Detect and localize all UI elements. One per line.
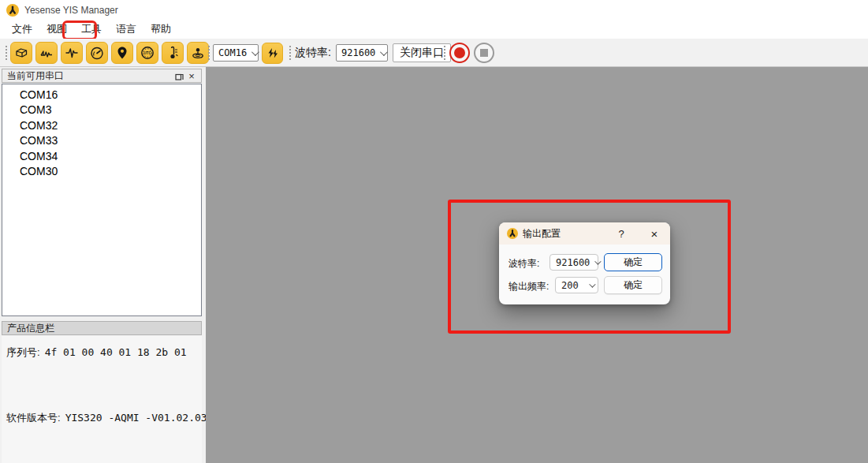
dialog-baud-ok-button[interactable]: 确定 <box>604 253 662 271</box>
attitude-wave-icon[interactable] <box>35 42 58 64</box>
thermometer-icon[interactable] <box>162 42 184 64</box>
svg-text:UTC: UTC <box>143 51 151 55</box>
toolbar-grip[interactable] <box>288 44 292 62</box>
baud-rate-value: 921600 <box>341 47 375 58</box>
baud-rate-select[interactable]: 921600 <box>336 44 388 62</box>
dialog-logo-icon <box>507 228 518 239</box>
dialog-baud-select[interactable]: 921600 <box>549 254 598 271</box>
toolbar-grip[interactable] <box>207 44 210 62</box>
menu-tools[interactable]: 工具 <box>74 20 109 39</box>
serial-panel-title: 当前可用串口 <box>7 69 64 83</box>
serial-port-item[interactable]: COM32 <box>2 118 201 133</box>
dialog-title: 输出配置 <box>523 227 561 241</box>
app-window: Yesense YIS Manager 文件 视图 工具 语言 帮助 <box>0 0 868 463</box>
serial-number-label: 序列号: <box>6 345 40 360</box>
location-icon[interactable] <box>111 42 133 64</box>
firmware-version-value: YIS320 -AQMI -V01.02.03; <box>65 412 214 424</box>
main-workspace: 输出配置 ? × 波特率: 921600 确定 输出频率: 200 确定 <box>206 67 868 463</box>
product-info-panel: 序列号: 4f 01 00 40 01 18 2b 01 软件版本号: YIS3… <box>2 336 202 463</box>
serial-port-item[interactable]: COM30 <box>2 164 201 179</box>
record-button[interactable] <box>449 43 470 63</box>
float-panel-icon[interactable] <box>173 70 185 81</box>
menu-file[interactable]: 文件 <box>5 20 39 39</box>
close-panel-icon[interactable]: × <box>185 70 198 81</box>
pulse-wave-icon[interactable] <box>61 42 83 64</box>
toolbar: UTC COM16 <box>0 39 868 67</box>
baud-rate-label: 波特率: <box>295 39 331 67</box>
record-icon <box>454 47 465 58</box>
serial-port-item[interactable]: COM33 <box>2 133 201 148</box>
dialog-title-bar[interactable]: 输出配置 ? × <box>499 222 670 245</box>
info-panel-header: 产品信息栏 <box>2 321 202 335</box>
toolbar-grip[interactable] <box>442 44 446 62</box>
dialog-baud-label: 波特率: <box>509 257 539 271</box>
menu-help[interactable]: 帮助 <box>143 20 178 39</box>
level-icon[interactable] <box>187 42 209 64</box>
chevron-down-icon <box>595 258 602 264</box>
stop-button[interactable] <box>474 43 494 63</box>
info-panel-title: 产品信息栏 <box>7 322 54 335</box>
title-bar: Yesense YIS Manager <box>0 0 868 20</box>
toolbar-grip[interactable] <box>4 44 8 62</box>
serial-panel-header: 当前可用串口 × <box>2 69 202 83</box>
dialog-help-button[interactable]: ? <box>612 222 631 245</box>
chevron-down-icon <box>380 48 388 56</box>
serial-port-item[interactable]: COM16 <box>2 88 201 103</box>
dialog-freq-label: 输出频率: <box>509 280 549 293</box>
port-select-value: COM16 <box>218 47 247 58</box>
dialog-close-button[interactable]: × <box>643 222 665 245</box>
chevron-down-icon <box>251 48 259 56</box>
menu-view[interactable]: 视图 <box>39 20 74 39</box>
menu-language[interactable]: 语言 <box>109 20 143 39</box>
stop-icon <box>480 49 488 57</box>
refresh-ports-button[interactable] <box>262 43 283 64</box>
app-logo-icon <box>6 4 19 17</box>
serial-port-item[interactable]: COM3 <box>2 103 201 118</box>
dialog-freq-ok-button[interactable]: 确定 <box>604 276 662 294</box>
utc-clock-icon[interactable]: UTC <box>136 42 158 64</box>
cube-icon[interactable] <box>10 42 32 64</box>
gauge-icon[interactable] <box>86 42 108 64</box>
dialog-freq-value: 200 <box>561 280 579 291</box>
menu-bar: 文件 视图 工具 语言 帮助 <box>0 20 868 39</box>
app-title: Yesense YIS Manager <box>24 5 118 16</box>
serial-port-list: COM16 COM3 COM32 COM33 COM34 COM30 <box>2 84 202 316</box>
firmware-version-label: 软件版本号: <box>6 411 61 425</box>
dialog-freq-select[interactable]: 200 <box>555 277 598 293</box>
output-config-dialog: 输出配置 ? × 波特率: 921600 确定 输出频率: 200 确定 <box>499 222 670 304</box>
port-select[interactable]: COM16 <box>213 44 259 62</box>
serial-port-item[interactable]: COM34 <box>2 149 201 164</box>
chevron-down-icon <box>589 281 595 287</box>
dialog-baud-value: 921600 <box>556 257 590 268</box>
serial-number-value: 4f 01 00 40 01 18 2b 01 <box>45 346 187 358</box>
